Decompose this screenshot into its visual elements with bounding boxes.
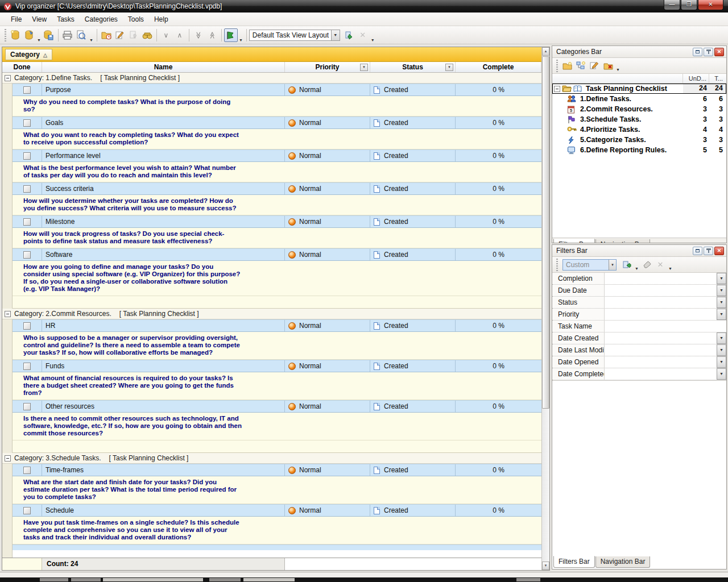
task-status-cell[interactable]: Created [370,216,456,227]
task-row[interactable]: Success criteria Normal Created 0 % [13,182,541,195]
menu-item[interactable]: View [27,14,52,25]
filter-value-field[interactable] [605,368,717,380]
tab-navigation-bar[interactable]: Navigation Bar [595,239,651,243]
filter-value-field[interactable] [605,356,717,368]
panel-pin-button[interactable] [704,48,713,56]
duplicate-task-button[interactable] [127,28,140,42]
task-name-cell[interactable]: HR [42,320,285,331]
panel-restore-button[interactable] [693,48,702,56]
task-note-row[interactable]: How will you track progress of tasks? Do… [13,228,541,248]
menu-item[interactable]: Tools [123,14,149,25]
filters-toolbar-overflow-icon[interactable]: ▼ [668,267,672,272]
edit-task-button[interactable] [113,28,127,42]
task-row[interactable]: Software Normal Created 0 % [13,248,541,261]
print-button[interactable] [61,28,75,42]
group-by-category-button[interactable]: Category△ [5,49,52,60]
task-complete-cell[interactable]: 0 % [456,401,541,412]
task-row[interactable]: Funds Normal Created 0 % [13,360,541,372]
panel-close-button[interactable]: ✕ [714,247,724,255]
column-header-undone[interactable]: UnD... [683,74,709,83]
tab-filters-bar[interactable]: Filters Bar [553,556,595,568]
categories-bar-header[interactable]: Categories Bar ✕ [552,46,726,58]
menu-item[interactable]: Tasks [52,14,80,25]
task-status-cell[interactable]: Created [370,249,456,260]
column-header-name[interactable]: Name [42,62,285,72]
task-done-checkbox[interactable] [23,467,31,474]
task-status-cell[interactable]: Created [370,84,456,95]
category-tree-row[interactable]: 4.Prioritize Tasks. 4 4 [552,124,726,135]
delete-layout-button[interactable]: ✕ [356,28,370,42]
task-row[interactable]: Purpose Normal Created 0 % [13,84,541,96]
column-header-done[interactable]: Done [2,62,42,72]
task-note-row[interactable]: Have you put task time-frames on a singl… [13,517,541,544]
task-done-checkbox[interactable] [23,507,31,514]
clear-filter-button[interactable] [640,259,653,271]
move-to-bottom-button[interactable]: ≫ [192,28,205,42]
panel-pin-button[interactable] [704,247,713,255]
task-name-cell[interactable]: Other resources [42,401,285,412]
task-complete-cell[interactable]: 0 % [456,505,541,516]
task-priority-cell[interactable]: Normal [285,183,370,194]
grid-vertical-scrollbar[interactable]: ▲ ▼ [541,47,549,570]
apply-filter-button[interactable] [620,259,634,271]
toolbar-overflow-icon[interactable]: ▼ [371,38,375,44]
filter-preset-combobox[interactable]: Custom ▼ [562,259,617,271]
taskbar-button[interactable] [40,578,68,581]
tab-filters-bar[interactable]: Filters Bar [553,239,595,243]
taskbar-button[interactable] [103,578,203,581]
delete-filter-button[interactable]: ✕ [653,259,667,271]
close-button[interactable]: ✕ [698,0,723,10]
priority-filter-button[interactable]: ▼ [360,64,368,71]
status-filter-button[interactable]: ▼ [445,64,453,71]
view-layout-dropdown-icon[interactable]: ▼ [331,30,340,40]
task-complete-cell[interactable]: 0 % [456,249,541,260]
taskbar-button[interactable] [516,578,540,581]
category-tree-row[interactable]: 5.Categorize Tasks. 3 3 [552,135,726,145]
task-name-cell[interactable]: Funds [42,360,285,372]
task-note-row[interactable]: What do you want to reach by completing … [13,129,541,149]
new-database-button[interactable] [9,28,22,42]
filter-dropdown-button[interactable]: ▼ [717,332,726,344]
scroll-up-button[interactable]: ▲ [542,47,549,56]
task-name-cell[interactable]: Milestone [42,216,285,227]
filter-value-field[interactable] [605,297,717,308]
filter-value-field[interactable] [605,285,717,296]
task-note-row[interactable]: How are you going to define and manage y… [13,261,541,296]
task-complete-cell[interactable]: 0 % [456,320,541,331]
task-complete-cell[interactable]: 0 % [456,183,541,194]
category-tree-row[interactable]: 6.Define Reporting Rules. 5 5 [552,145,726,155]
task-status-cell[interactable]: Created [370,360,456,372]
task-status-cell[interactable]: Created [370,320,456,331]
task-done-checkbox[interactable] [23,152,31,160]
task-done-checkbox[interactable] [23,322,31,330]
filter-dropdown-button[interactable]: ▼ [717,285,726,296]
task-note-row[interactable]: Who is supposed to be a manager or super… [13,332,541,360]
column-header-complete[interactable]: Complete [456,62,541,72]
move-up-button[interactable]: ∧ [173,28,187,42]
category-tree-row[interactable]: 1.Define Tasks. 6 6 [552,94,726,104]
open-database-button[interactable] [22,28,36,42]
task-row[interactable]: Schedule Normal Created 0 % [13,504,541,517]
group-header-row[interactable]: Category: 1.Define Tasks. [ Task Plannin… [2,73,541,84]
filter-value-field[interactable] [605,321,726,332]
filter-value-field[interactable] [605,273,717,284]
filter-dropdown-button[interactable]: ▼ [717,356,726,368]
task-name-cell[interactable]: Success criteria [42,183,285,194]
filter-value-field[interactable] [605,332,717,344]
collapse-group-icon[interactable] [5,455,11,462]
clipped-task-row[interactable] [13,544,541,550]
minimize-button[interactable]: — [664,0,680,10]
new-task-button[interactable] [100,28,113,42]
task-priority-cell[interactable]: Normal [285,216,370,227]
panel-close-button[interactable]: ✕ [714,48,724,56]
task-priority-cell[interactable]: Normal [285,401,370,412]
task-row[interactable]: Performance level Normal Created 0 % [13,149,541,162]
edit-category-button[interactable] [588,60,601,72]
filter-value-field[interactable] [605,309,717,320]
menu-item[interactable]: File [6,14,27,25]
open-database-dropdown-icon[interactable]: ▼ [37,38,41,44]
filter-dropdown-button[interactable]: ▼ [717,273,726,284]
task-status-cell[interactable]: Created [370,150,456,161]
print-preview-button[interactable] [75,28,88,42]
task-view-dropdown-icon[interactable]: ▼ [239,38,243,44]
